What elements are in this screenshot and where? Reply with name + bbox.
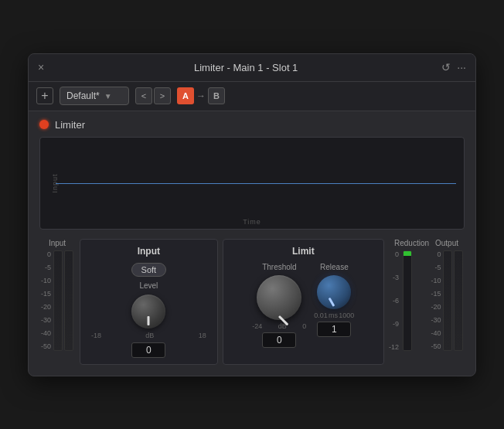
input-meter-bar-r xyxy=(64,250,73,351)
history-icon[interactable]: ↺ xyxy=(441,61,451,73)
output-section: Output 0 -5 -10 -15 -20 -30 -40 -50 xyxy=(429,239,465,351)
output-meter-bar-r xyxy=(454,250,463,351)
ab-arrow-icon: → xyxy=(196,90,206,101)
level-label: Level xyxy=(139,281,158,290)
input-meter-section: Input 0 -5 -10 -15 -20 -30 -40 -50 xyxy=(39,239,75,351)
threshold-group: Threshold -24 dB 0 0 xyxy=(252,263,306,348)
more-icon[interactable]: ··· xyxy=(457,61,466,73)
release-knob-marker xyxy=(329,297,335,306)
threshold-label: Threshold xyxy=(262,263,296,271)
input-panel: Input Soft Level -18 dB 18 0 xyxy=(80,239,218,365)
input-scale-max: 18 xyxy=(199,332,206,339)
release-label: Release xyxy=(320,263,349,271)
release-scale-min: 0.01 xyxy=(314,312,328,319)
controls-main: Input Soft Level -18 dB 18 0 xyxy=(80,239,384,365)
output-inner: 0 -5 -10 -15 -20 -30 -40 -50 xyxy=(431,250,462,351)
display-line xyxy=(56,183,456,185)
nav-prev-button[interactable]: < xyxy=(135,87,152,104)
release-group: Release 0.01 ms 1000 1 xyxy=(314,263,354,348)
input-value-display[interactable]: 0 xyxy=(131,342,165,358)
threshold-scale-max: 0 xyxy=(302,322,306,330)
output-meter-bar-l xyxy=(443,250,452,351)
threshold-value-display[interactable]: 0 xyxy=(262,332,296,348)
reduction-meter xyxy=(403,250,412,351)
toolbar: + Default* ▼ < > A → B xyxy=(29,82,475,111)
reduction-fill xyxy=(404,251,411,256)
limit-panel-title: Limit xyxy=(233,246,374,257)
add-button[interactable]: + xyxy=(36,87,53,104)
plugin-body: Limiter Input Time Input 0 -5 -10 -15 -2… xyxy=(29,111,475,376)
reduction-scale-labels: 0 -3 -6 -9 -12 xyxy=(389,250,401,351)
release-scale-max: 1000 xyxy=(339,312,354,319)
reduction-section: Reduction 0 -3 -6 -9 -12 xyxy=(389,239,429,351)
reduction-label: Reduction xyxy=(389,239,429,247)
release-scale-unit: ms xyxy=(329,312,338,319)
knob-marker xyxy=(148,316,150,325)
reduction-scale: 0 -3 -6 -9 -12 xyxy=(389,250,429,351)
preset-name: Default* xyxy=(66,90,100,101)
release-scale-row: 0.01 ms 1000 xyxy=(314,312,354,319)
threshold-scale-min: -24 xyxy=(252,322,262,330)
input-meter-bars xyxy=(53,250,73,351)
display-area: Input Time xyxy=(39,137,465,230)
threshold-knob[interactable] xyxy=(257,275,301,320)
ab-b-button[interactable]: B xyxy=(208,87,225,104)
display-x-label: Time xyxy=(243,218,261,226)
release-value-display[interactable]: 1 xyxy=(317,322,351,337)
preset-dropdown[interactable]: Default* ▼ xyxy=(60,87,129,105)
release-knob[interactable] xyxy=(317,275,351,309)
nav-buttons: < > xyxy=(135,87,171,104)
close-button[interactable]: × xyxy=(38,61,50,73)
input-panel-title: Input xyxy=(90,246,208,257)
input-scale-min: -18 xyxy=(91,332,101,339)
threshold-scale-row: -24 dB 0 xyxy=(252,322,306,330)
limit-panel: Limit Threshold -24 dB 0 xyxy=(223,239,384,365)
input-level-knob[interactable] xyxy=(131,295,165,329)
plugin-header: Limiter xyxy=(39,119,465,131)
input-meter-bar-l xyxy=(53,250,63,351)
soft-button[interactable]: Soft xyxy=(131,263,167,277)
title-bar: × Limiter - Main 1 - Slot 1 ↺ ··· xyxy=(29,54,475,82)
dropdown-arrow-icon: ▼ xyxy=(104,92,112,100)
title-actions: ↺ ··· xyxy=(441,61,466,73)
window-title: Limiter - Main 1 - Slot 1 xyxy=(50,62,441,73)
input-meter-scale: 0 -5 -10 -15 -20 -30 -40 -50 xyxy=(41,250,51,351)
nav-next-button[interactable]: > xyxy=(154,87,171,104)
ab-a-button[interactable]: A xyxy=(177,87,194,104)
input-meter-label: Input xyxy=(49,239,66,247)
plugin-window: × Limiter - Main 1 - Slot 1 ↺ ··· + Defa… xyxy=(28,53,476,376)
output-meter-bars xyxy=(443,250,463,351)
input-scale-unit: dB xyxy=(145,332,154,339)
ab-buttons: A → B xyxy=(177,87,225,104)
controls-row: Input 0 -5 -10 -15 -20 -30 -40 -50 xyxy=(39,239,465,365)
output-label: Output xyxy=(435,239,458,247)
limit-inner: Threshold -24 dB 0 0 xyxy=(233,263,374,348)
input-meter-wrap: 0 -5 -10 -15 -20 -30 -40 -50 xyxy=(41,250,73,351)
plugin-name: Limiter xyxy=(55,119,85,131)
power-led[interactable] xyxy=(39,120,49,129)
input-scale-row: -18 dB 18 xyxy=(90,332,208,339)
output-scale: 0 -5 -10 -15 -20 -30 -40 -50 xyxy=(431,250,441,351)
input-knob-group: Soft Level -18 dB 18 0 xyxy=(90,263,208,358)
